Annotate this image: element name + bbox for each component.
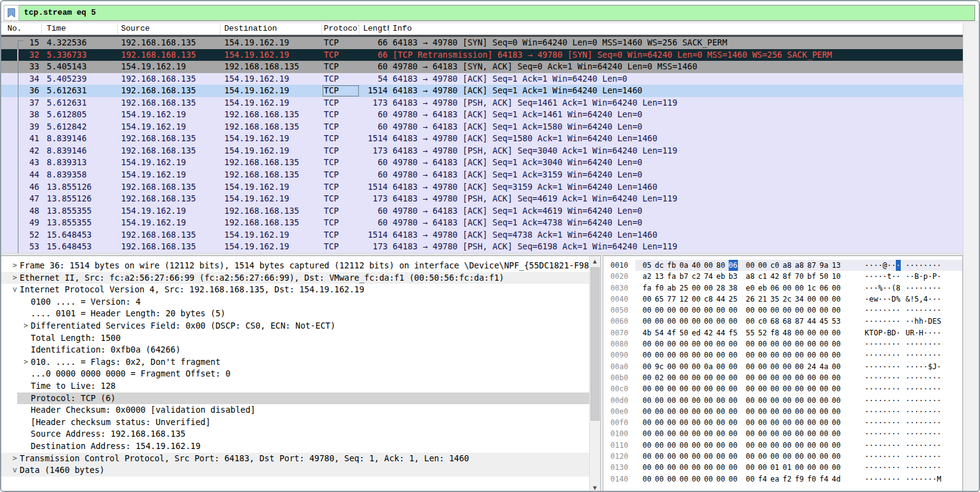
hex-byte[interactable]: 00 — [680, 349, 689, 361]
hex-byte[interactable]: 00 — [832, 440, 841, 451]
ascii-char[interactable]: · — [932, 406, 936, 417]
hex-byte[interactable]: 00 — [655, 406, 664, 417]
hex-byte[interactable]: 68 — [783, 316, 792, 327]
hex-byte[interactable]: 00 — [832, 451, 841, 462]
hex-byte[interactable]: b7 — [680, 271, 689, 282]
hex-byte[interactable]: 21 — [758, 294, 767, 305]
ascii-char[interactable]: h — [914, 316, 919, 327]
ascii-char[interactable]: · — [932, 260, 936, 271]
ascii-char[interactable]: · — [892, 383, 896, 394]
hex-byte[interactable]: b3 — [729, 271, 738, 282]
hex-byte[interactable]: c1 — [758, 271, 767, 282]
hex-byte[interactable]: 00 — [758, 406, 767, 417]
hex-byte[interactable]: 38 — [729, 283, 738, 294]
hex-byte[interactable]: 00 — [704, 474, 713, 485]
ascii-char[interactable]: · — [874, 283, 878, 294]
hex-byte[interactable]: 00 — [758, 451, 767, 462]
hex-byte[interactable]: 44 — [716, 327, 726, 338]
ascii-char[interactable]: 4 — [923, 294, 928, 305]
ascii-char[interactable]: · — [923, 361, 928, 372]
hex-byte[interactable]: 00 — [783, 283, 792, 294]
details-scrollbar[interactable]: ▲ ▼ — [589, 256, 600, 492]
ascii-char[interactable]: · — [937, 462, 941, 473]
hex-byte[interactable]: 00 — [770, 338, 780, 349]
ascii-char[interactable]: · — [896, 305, 900, 316]
ascii-char[interactable]: · — [896, 440, 900, 451]
hex-byte[interactable]: 00 — [746, 316, 755, 327]
hex-byte[interactable]: 00 — [716, 451, 726, 462]
hex-byte[interactable]: 06 — [729, 260, 738, 271]
ascii-char[interactable]: · — [869, 372, 874, 383]
hex-byte[interactable]: 00 — [729, 316, 738, 327]
ascii-char[interactable]: % — [896, 294, 900, 305]
hex-byte[interactable]: 00 — [746, 372, 755, 383]
packet-row[interactable]: 5215.648453192.168.168.135154.19.162.19T… — [1, 229, 963, 241]
hex-byte[interactable]: 00 — [746, 451, 755, 462]
hex-byte[interactable]: 00 — [729, 462, 738, 473]
hex-byte[interactable]: 00 — [680, 474, 689, 485]
ascii-char[interactable]: · — [864, 417, 869, 428]
ascii-char[interactable]: · — [910, 440, 914, 451]
ascii-char[interactable]: · — [887, 428, 892, 439]
hex-byte[interactable]: 00 — [795, 406, 804, 417]
hex-byte[interactable]: 00 — [783, 383, 792, 394]
hex-byte[interactable]: 00 — [716, 316, 726, 327]
hex-byte[interactable]: 00 — [692, 440, 701, 451]
ascii-char[interactable]: · — [919, 361, 923, 372]
ascii-char[interactable]: · — [882, 327, 887, 338]
scroll-up-icon[interactable]: ▲ — [590, 256, 600, 266]
hex-byte[interactable]: 00 — [716, 361, 726, 372]
ascii-char[interactable]: · — [882, 361, 887, 372]
hex-byte[interactable]: 00 — [643, 305, 652, 316]
detail-row[interactable]: Header Checksum: 0x0000 [validation disa… — [1, 404, 589, 416]
hex-byte[interactable]: 00 — [729, 406, 738, 417]
hex-byte[interactable]: f2 — [783, 474, 792, 485]
hex-byte[interactable]: 00 — [770, 451, 780, 462]
hex-byte[interactable]: 00 — [832, 462, 841, 473]
ascii-char[interactable]: · — [906, 361, 910, 372]
detail-row[interactable]: ...0 0000 0000 0000 = Fragment Offset: 0 — [1, 368, 589, 380]
hex-byte[interactable]: c0 — [758, 316, 767, 327]
ascii-char[interactable]: · — [882, 372, 887, 383]
hex-byte[interactable]: 00 — [746, 361, 755, 372]
ascii-char[interactable]: · — [878, 260, 882, 271]
hex-byte[interactable]: 00 — [795, 361, 804, 372]
ascii-char[interactable]: · — [882, 474, 887, 485]
ascii-char[interactable]: · — [906, 417, 910, 428]
packet-list-scrollbar-track[interactable] — [963, 23, 979, 492]
packet-row[interactable]: 438.839313154.19.162.19192.168.168.135TC… — [1, 157, 963, 169]
hex-byte[interactable]: 00 — [729, 361, 738, 372]
ascii-char[interactable]: · — [910, 260, 914, 271]
hex-byte[interactable]: a8 — [783, 260, 792, 271]
ascii-char[interactable]: · — [887, 372, 892, 383]
ascii-char[interactable]: · — [887, 361, 892, 372]
ascii-char[interactable]: · — [937, 260, 941, 271]
hex-byte[interactable]: 13 — [655, 271, 664, 282]
ascii-char[interactable]: P — [932, 271, 936, 282]
ascii-char[interactable]: · — [896, 417, 900, 428]
ascii-char[interactable]: · — [882, 417, 887, 428]
hex-byte[interactable]: fa — [643, 283, 652, 294]
hex-row[interactable]: 008000000000000000000000000000000000····… — [603, 338, 962, 349]
hex-byte[interactable]: 87 — [807, 260, 817, 271]
ascii-char[interactable]: · — [937, 271, 941, 282]
hex-byte[interactable]: 00 — [643, 316, 652, 327]
ascii-char[interactable]: · — [864, 361, 869, 372]
hex-row[interactable]: 00f000000000000000000000000000000000····… — [603, 417, 962, 428]
hex-byte[interactable]: 00 — [820, 349, 829, 361]
hex-byte[interactable]: 00 — [655, 349, 664, 361]
packet-row[interactable]: 428.839146192.168.168.135154.19.162.19TC… — [1, 145, 963, 157]
ascii-char[interactable]: · — [878, 406, 882, 417]
hex-byte[interactable]: 00 — [746, 305, 755, 316]
ascii-char[interactable]: , — [919, 294, 923, 305]
hex-byte[interactable]: 00 — [692, 451, 701, 462]
detail-row[interactable]: Time to Live: 128 — [1, 380, 589, 392]
ascii-char[interactable]: · — [919, 462, 923, 473]
hex-byte[interactable]: f0 — [807, 474, 817, 485]
hex-byte[interactable]: 00 — [692, 474, 701, 485]
hex-byte[interactable]: 00 — [820, 440, 829, 451]
hex-byte[interactable]: 50 — [680, 327, 689, 338]
ascii-char[interactable]: · — [906, 372, 910, 383]
hex-byte[interactable]: 00 — [795, 417, 804, 428]
ascii-char[interactable]: · — [874, 406, 878, 417]
